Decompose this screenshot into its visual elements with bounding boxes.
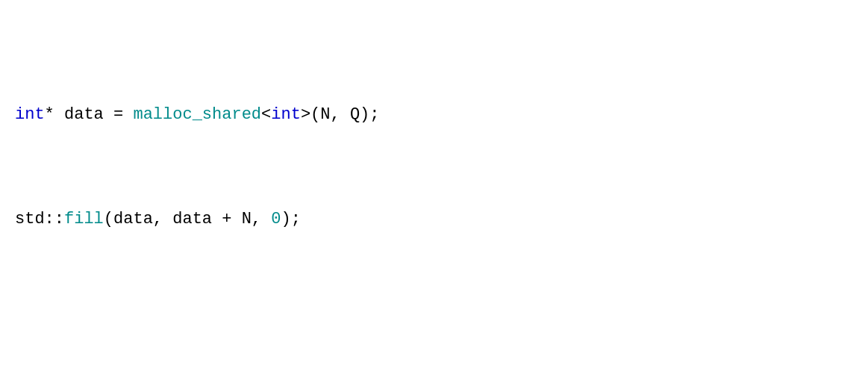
- code-line-1: int* data = malloc_shared<int>(N, Q);: [15, 102, 853, 128]
- code-container: int* data = malloc_shared<int>(N, Q); st…: [15, 22, 853, 386]
- code-line-blank-1: [15, 311, 853, 337]
- code-line-2: std::fill(data, data + N, 0);: [15, 206, 853, 232]
